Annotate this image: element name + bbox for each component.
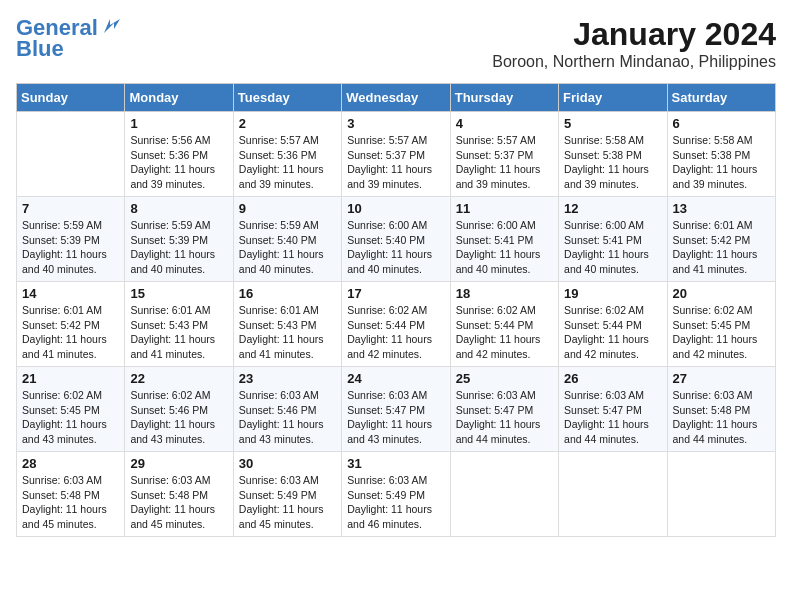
day-number: 30: [239, 456, 336, 471]
day-info: Sunrise: 6:01 AMSunset: 5:42 PMDaylight:…: [673, 218, 770, 277]
calendar-cell: 14Sunrise: 6:01 AMSunset: 5:42 PMDayligh…: [17, 282, 125, 367]
day-number: 12: [564, 201, 661, 216]
calendar-cell: 22Sunrise: 6:02 AMSunset: 5:46 PMDayligh…: [125, 367, 233, 452]
day-number: 23: [239, 371, 336, 386]
calendar-cell: 10Sunrise: 6:00 AMSunset: 5:40 PMDayligh…: [342, 197, 450, 282]
day-number: 13: [673, 201, 770, 216]
calendar-week-3: 14Sunrise: 6:01 AMSunset: 5:42 PMDayligh…: [17, 282, 776, 367]
logo-icon: [100, 15, 122, 37]
day-header-saturday: Saturday: [667, 84, 775, 112]
calendar-cell: 15Sunrise: 6:01 AMSunset: 5:43 PMDayligh…: [125, 282, 233, 367]
day-info: Sunrise: 6:00 AMSunset: 5:41 PMDaylight:…: [564, 218, 661, 277]
day-info: Sunrise: 6:03 AMSunset: 5:47 PMDaylight:…: [456, 388, 553, 447]
calendar-cell: 16Sunrise: 6:01 AMSunset: 5:43 PMDayligh…: [233, 282, 341, 367]
calendar-cell: 26Sunrise: 6:03 AMSunset: 5:47 PMDayligh…: [559, 367, 667, 452]
day-info: Sunrise: 5:59 AMSunset: 5:39 PMDaylight:…: [130, 218, 227, 277]
calendar-cell: 4Sunrise: 5:57 AMSunset: 5:37 PMDaylight…: [450, 112, 558, 197]
calendar-cell: [559, 452, 667, 537]
day-number: 31: [347, 456, 444, 471]
day-number: 3: [347, 116, 444, 131]
day-info: Sunrise: 6:03 AMSunset: 5:48 PMDaylight:…: [130, 473, 227, 532]
calendar-cell: 5Sunrise: 5:58 AMSunset: 5:38 PMDaylight…: [559, 112, 667, 197]
day-info: Sunrise: 5:57 AMSunset: 5:37 PMDaylight:…: [456, 133, 553, 192]
day-info: Sunrise: 6:03 AMSunset: 5:49 PMDaylight:…: [239, 473, 336, 532]
calendar-cell: 6Sunrise: 5:58 AMSunset: 5:38 PMDaylight…: [667, 112, 775, 197]
calendar-cell: 2Sunrise: 5:57 AMSunset: 5:36 PMDaylight…: [233, 112, 341, 197]
calendar-cell: 20Sunrise: 6:02 AMSunset: 5:45 PMDayligh…: [667, 282, 775, 367]
day-info: Sunrise: 5:59 AMSunset: 5:40 PMDaylight:…: [239, 218, 336, 277]
day-info: Sunrise: 6:03 AMSunset: 5:48 PMDaylight:…: [22, 473, 119, 532]
day-number: 16: [239, 286, 336, 301]
calendar-cell: 19Sunrise: 6:02 AMSunset: 5:44 PMDayligh…: [559, 282, 667, 367]
day-number: 25: [456, 371, 553, 386]
day-info: Sunrise: 5:56 AMSunset: 5:36 PMDaylight:…: [130, 133, 227, 192]
day-number: 21: [22, 371, 119, 386]
page-header: General Blue January 2024 Boroon, Northe…: [16, 16, 776, 71]
calendar-cell: 24Sunrise: 6:03 AMSunset: 5:47 PMDayligh…: [342, 367, 450, 452]
day-number: 27: [673, 371, 770, 386]
calendar-cell: 12Sunrise: 6:00 AMSunset: 5:41 PMDayligh…: [559, 197, 667, 282]
location-subtitle: Boroon, Northern Mindanao, Philippines: [492, 53, 776, 71]
day-header-monday: Monday: [125, 84, 233, 112]
day-number: 5: [564, 116, 661, 131]
day-info: Sunrise: 5:58 AMSunset: 5:38 PMDaylight:…: [564, 133, 661, 192]
calendar-cell: 3Sunrise: 5:57 AMSunset: 5:37 PMDaylight…: [342, 112, 450, 197]
day-info: Sunrise: 6:03 AMSunset: 5:46 PMDaylight:…: [239, 388, 336, 447]
day-info: Sunrise: 6:00 AMSunset: 5:40 PMDaylight:…: [347, 218, 444, 277]
calendar-cell: [17, 112, 125, 197]
calendar-cell: 25Sunrise: 6:03 AMSunset: 5:47 PMDayligh…: [450, 367, 558, 452]
day-number: 20: [673, 286, 770, 301]
day-info: Sunrise: 6:01 AMSunset: 5:42 PMDaylight:…: [22, 303, 119, 362]
day-number: 22: [130, 371, 227, 386]
day-info: Sunrise: 5:57 AMSunset: 5:37 PMDaylight:…: [347, 133, 444, 192]
calendar-cell: 9Sunrise: 5:59 AMSunset: 5:40 PMDaylight…: [233, 197, 341, 282]
calendar-cell: 30Sunrise: 6:03 AMSunset: 5:49 PMDayligh…: [233, 452, 341, 537]
day-number: 6: [673, 116, 770, 131]
day-number: 7: [22, 201, 119, 216]
logo: General Blue: [16, 16, 122, 60]
day-info: Sunrise: 6:01 AMSunset: 5:43 PMDaylight:…: [239, 303, 336, 362]
calendar-cell: 17Sunrise: 6:02 AMSunset: 5:44 PMDayligh…: [342, 282, 450, 367]
day-info: Sunrise: 6:03 AMSunset: 5:48 PMDaylight:…: [673, 388, 770, 447]
header-row: SundayMondayTuesdayWednesdayThursdayFrid…: [17, 84, 776, 112]
calendar-table: SundayMondayTuesdayWednesdayThursdayFrid…: [16, 83, 776, 537]
day-info: Sunrise: 5:57 AMSunset: 5:36 PMDaylight:…: [239, 133, 336, 192]
day-info: Sunrise: 6:02 AMSunset: 5:46 PMDaylight:…: [130, 388, 227, 447]
calendar-cell: 27Sunrise: 6:03 AMSunset: 5:48 PMDayligh…: [667, 367, 775, 452]
day-number: 18: [456, 286, 553, 301]
day-number: 24: [347, 371, 444, 386]
calendar-cell: 31Sunrise: 6:03 AMSunset: 5:49 PMDayligh…: [342, 452, 450, 537]
calendar-week-1: 1Sunrise: 5:56 AMSunset: 5:36 PMDaylight…: [17, 112, 776, 197]
day-header-wednesday: Wednesday: [342, 84, 450, 112]
calendar-cell: 1Sunrise: 5:56 AMSunset: 5:36 PMDaylight…: [125, 112, 233, 197]
day-number: 19: [564, 286, 661, 301]
calendar-cell: 13Sunrise: 6:01 AMSunset: 5:42 PMDayligh…: [667, 197, 775, 282]
day-info: Sunrise: 6:00 AMSunset: 5:41 PMDaylight:…: [456, 218, 553, 277]
day-info: Sunrise: 5:59 AMSunset: 5:39 PMDaylight:…: [22, 218, 119, 277]
calendar-cell: 7Sunrise: 5:59 AMSunset: 5:39 PMDaylight…: [17, 197, 125, 282]
day-number: 28: [22, 456, 119, 471]
calendar-cell: 29Sunrise: 6:03 AMSunset: 5:48 PMDayligh…: [125, 452, 233, 537]
day-number: 8: [130, 201, 227, 216]
calendar-cell: 8Sunrise: 5:59 AMSunset: 5:39 PMDaylight…: [125, 197, 233, 282]
svg-marker-0: [104, 19, 120, 33]
page-container: General Blue January 2024 Boroon, Northe…: [16, 16, 776, 537]
day-info: Sunrise: 6:02 AMSunset: 5:44 PMDaylight:…: [564, 303, 661, 362]
day-header-sunday: Sunday: [17, 84, 125, 112]
calendar-cell: 18Sunrise: 6:02 AMSunset: 5:44 PMDayligh…: [450, 282, 558, 367]
day-header-tuesday: Tuesday: [233, 84, 341, 112]
month-year-title: January 2024: [492, 16, 776, 53]
calendar-cell: 11Sunrise: 6:00 AMSunset: 5:41 PMDayligh…: [450, 197, 558, 282]
day-info: Sunrise: 6:03 AMSunset: 5:47 PMDaylight:…: [347, 388, 444, 447]
logo-line2: Blue: [16, 38, 122, 60]
day-number: 2: [239, 116, 336, 131]
day-info: Sunrise: 6:03 AMSunset: 5:47 PMDaylight:…: [564, 388, 661, 447]
day-header-thursday: Thursday: [450, 84, 558, 112]
calendar-cell: 21Sunrise: 6:02 AMSunset: 5:45 PMDayligh…: [17, 367, 125, 452]
day-number: 1: [130, 116, 227, 131]
day-info: Sunrise: 6:01 AMSunset: 5:43 PMDaylight:…: [130, 303, 227, 362]
day-number: 26: [564, 371, 661, 386]
day-number: 10: [347, 201, 444, 216]
day-info: Sunrise: 6:02 AMSunset: 5:44 PMDaylight:…: [456, 303, 553, 362]
day-number: 17: [347, 286, 444, 301]
